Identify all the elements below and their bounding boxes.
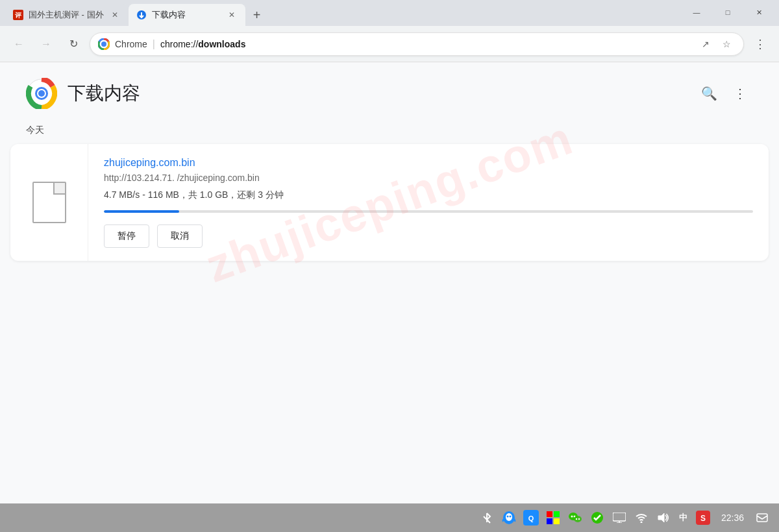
svg-point-22 (574, 516, 582, 522)
address-divider: | (153, 38, 155, 50)
ime-cn-icon[interactable]: 中 (676, 512, 690, 524)
svg-text:评: 评 (15, 12, 22, 19)
today-section-label: 今天 (0, 119, 779, 144)
url-bold: downloads (198, 39, 245, 49)
progress-bar-fill (104, 210, 179, 213)
svg-point-20 (571, 516, 573, 518)
url-prefix: chrome:// (160, 39, 198, 49)
cancel-btn[interactable]: 取消 (157, 224, 203, 248)
taskbar-time: 22:36 (716, 513, 749, 523)
svg-point-4 (101, 42, 106, 47)
toolbar-menu-btn[interactable]: ⋮ (749, 33, 771, 55)
tab1-favicon: 评 (13, 10, 23, 20)
main-content: 下载内容 🔍 ⋮ 今天 zhujiceping.com.bin http://1… (0, 62, 779, 503)
volume-icon[interactable] (654, 509, 673, 527)
maximize-btn[interactable]: □ (713, 3, 743, 22)
page-header-actions: 🔍 ⋮ (696, 80, 753, 106)
tab2-close-btn[interactable]: ✕ (226, 9, 238, 21)
notification-icon[interactable] (753, 509, 771, 527)
refresh-btn[interactable]: ↻ (62, 33, 84, 55)
tab1-title: 国外主机测评 - 国外 (29, 9, 104, 21)
svg-rect-33 (757, 514, 767, 522)
download-url: http://103.214.71. ​/zhujiceping.com.bin (104, 173, 753, 183)
more-actions-btn[interactable]: ⋮ (727, 80, 753, 106)
svg-rect-18 (554, 518, 560, 524)
bookmark-btn[interactable]: ☆ (717, 35, 736, 53)
page-header-left: 下载内容 (26, 78, 140, 109)
chrome-logo (26, 78, 57, 109)
svg-rect-15 (547, 511, 552, 517)
bluetooth-icon[interactable] (478, 509, 496, 527)
taskbar: Q (0, 503, 779, 532)
svg-rect-17 (547, 518, 552, 524)
page-title: 下载内容 (68, 81, 140, 106)
download-actions: 暂停 取消 (104, 224, 753, 248)
address-favicon (98, 38, 110, 50)
color-grid-icon[interactable] (544, 509, 562, 527)
qq2-icon[interactable]: Q (522, 509, 540, 527)
minimize-btn[interactable]: — (682, 3, 711, 22)
address-bar[interactable]: Chrome | chrome://downloads ↗ ☆ (90, 32, 744, 56)
qq1-icon[interactable] (500, 509, 518, 527)
address-brand: Chrome (115, 39, 147, 49)
tab1-close-btn[interactable]: ✕ (109, 9, 121, 21)
forward-btn[interactable]: → (35, 33, 57, 55)
svg-rect-26 (613, 513, 626, 521)
svg-point-23 (576, 518, 577, 520)
tab-group: 评 国外主机测评 - 国外 ✕ 下载内容 ✕ + (5, 0, 269, 26)
svg-marker-30 (658, 513, 664, 522)
svg-point-11 (506, 516, 508, 518)
title-bar: 评 国外主机测评 - 国外 ✕ 下载内容 ✕ + — □ ✕ (0, 0, 779, 26)
svg-point-24 (578, 518, 580, 520)
share-btn[interactable]: ↗ (697, 35, 715, 53)
wifi-icon[interactable] (632, 509, 650, 527)
tab-2[interactable]: 下载内容 ✕ (129, 4, 245, 26)
pause-btn[interactable]: 暂停 (104, 224, 149, 248)
window-controls: — □ ✕ (682, 3, 774, 22)
svg-text:S: S (700, 514, 706, 523)
back-btn[interactable]: ← (8, 33, 30, 55)
toolbar: ← → ↻ Chrome | chrome://downloads ↗ ☆ ⋮ (0, 26, 779, 62)
screen-icon[interactable] (610, 509, 628, 527)
wechat-icon[interactable] (566, 509, 584, 527)
tab2-favicon (136, 10, 147, 20)
address-url: chrome://downloads (160, 39, 691, 49)
download-icon-area (10, 144, 88, 261)
svg-rect-16 (554, 511, 560, 517)
search-btn[interactable]: 🔍 (696, 80, 722, 106)
new-tab-btn[interactable]: + (245, 4, 269, 26)
check-icon[interactable] (588, 509, 606, 527)
download-filename[interactable]: zhujiceping.com.bin (104, 157, 753, 169)
download-info: zhujiceping.com.bin http://103.214.71. ​… (88, 144, 769, 261)
progress-bar-container (104, 210, 753, 213)
svg-point-12 (509, 516, 511, 518)
page-header: 下载内容 🔍 ⋮ (0, 62, 779, 119)
download-speed: 4.7 MB/s - 116 MB，共 1.0 GB，还剩 3 分钟 (104, 189, 753, 201)
svg-point-10 (506, 513, 512, 521)
svg-point-29 (640, 522, 642, 524)
svg-text:Q: Q (528, 514, 534, 522)
close-btn[interactable]: ✕ (744, 3, 774, 22)
download-card: zhujiceping.com.bin http://103.214.71. ​… (10, 144, 769, 261)
tab-1[interactable]: 评 国外主机测评 - 国外 ✕ (5, 4, 129, 26)
address-actions: ↗ ☆ (697, 35, 736, 53)
svg-point-8 (38, 90, 45, 97)
file-icon (32, 182, 66, 223)
tab2-title: 下载内容 (152, 9, 221, 21)
sogou-icon[interactable]: S (694, 509, 712, 527)
